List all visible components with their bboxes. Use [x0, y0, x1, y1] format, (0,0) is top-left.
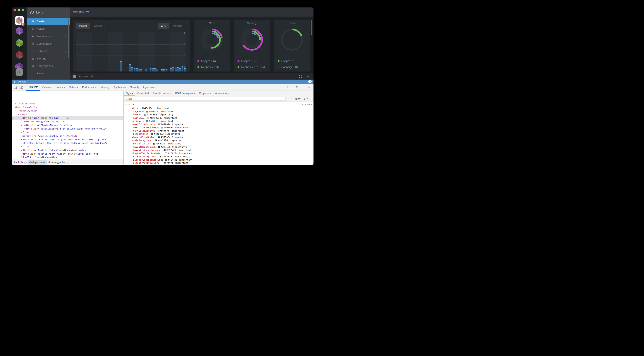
dom-tree-node[interactable]: </div>: [12, 145, 124, 148]
dom-tree-node[interactable]: left: 0px; height: 0px; visibility: hidd…: [12, 141, 124, 145]
css-variable-row[interactable]: --borderFaintColor: #373a3e !important;: [124, 136, 314, 139]
sidebar-scrollbar[interactable]: [68, 19, 69, 58]
css-variable-row[interactable]: --layoutTabsActiveColor: #ffffff !import…: [124, 152, 314, 155]
add-cluster-button[interactable]: +: [16, 68, 23, 76]
sidebar-item-namespaces[interactable]: ⧉Namespaces: [27, 62, 70, 70]
metric-tab-cpu[interactable]: CPU: [158, 23, 169, 29]
tab-application[interactable]: Application: [112, 84, 128, 91]
tab-console[interactable]: Console: [40, 84, 54, 91]
cluster-icon-violet[interactable]: [15, 63, 23, 68]
tab-memory[interactable]: Memory: [98, 84, 112, 91]
sidebar-item-workloads[interactable]: ❖Workloads: [27, 32, 70, 40]
tab-sources[interactable]: Sources: [54, 84, 67, 91]
warning-badge[interactable]: ⚠2: [286, 84, 291, 91]
dom-tree-node[interactable]: ▼<body>: [12, 113, 124, 116]
sidebar-item-nodes[interactable]: ▥Nodes: [27, 25, 70, 32]
minimize-window-button[interactable]: [18, 9, 20, 11]
dom-tree-node[interactable]: <div id="draggable-top"></div>: [12, 120, 124, 123]
cluster-icon-purple[interactable]: [15, 27, 23, 35]
expand-arrow-icon[interactable]: ▶: [16, 109, 16, 113]
tab-network[interactable]: Network: [67, 84, 80, 91]
breadcrumb-item[interactable]: div#app.is-mac: [28, 160, 47, 165]
styles-tab-dom-breakpoints[interactable]: DOM Breakpoints: [173, 91, 197, 96]
expand-arrow-icon[interactable]: ▶: [21, 124, 22, 127]
namespace-label[interactable]: default: [18, 80, 26, 84]
dom-tree-node[interactable]: <html lang="en">: [12, 105, 124, 109]
styles-filter-input[interactable]: [125, 97, 286, 101]
collapse-arrow-icon[interactable]: ▼: [16, 113, 16, 116]
css-selector[interactable]: :root {: [125, 103, 134, 106]
inspect-element-icon[interactable]: [14, 85, 18, 89]
color-swatch[interactable]: [153, 143, 154, 145]
color-swatch[interactable]: [151, 133, 153, 135]
main-scrollbar[interactable]: [311, 20, 312, 35]
dom-tree-node[interactable]: ▶<head>…</head>: [12, 109, 124, 113]
active-cluster-icon[interactable]: 3: [15, 16, 24, 25]
styles-tab-accessibility[interactable]: Accessibility: [213, 91, 231, 96]
sidebar-item-cluster[interactable]: ☸Cluster: [27, 18, 70, 25]
stylesheet-origin-link[interactable]: <style>: [302, 103, 312, 106]
close-window-button[interactable]: [14, 9, 16, 11]
metric-tab-memory[interactable]: Memory: [170, 23, 185, 29]
dom-tree-node[interactable]: ▶<div class="ClusterManager">…</div>: [12, 124, 124, 127]
css-variable-row[interactable]: --textColorSecondary: #a0a0a0 !important…: [124, 126, 314, 129]
more-options-icon[interactable]: ⋮: [300, 84, 303, 91]
dom-tree-node[interactable]: 95.4375px;">minikube</div>: [12, 156, 124, 159]
tab-lighthouse[interactable]: Lighthouse: [141, 84, 158, 91]
dom-tree-node[interactable]: <div class="Tooltip right hidden" style=…: [12, 152, 124, 156]
sidebar-item-network[interactable]: ⅄Network: [27, 47, 70, 55]
color-swatch[interactable]: [147, 117, 149, 119]
css-variable-row[interactable]: --blue: #3d90ce !important;: [124, 107, 314, 110]
breadcrumb-item[interactable]: html: [13, 160, 20, 165]
dom-tree-node[interactable]: <div class="terminal-init" style="positi…: [12, 138, 124, 141]
styles-tab-event-listeners[interactable]: Event Listeners: [151, 91, 173, 96]
color-swatch[interactable]: [161, 162, 163, 164]
tab-elements[interactable]: Elements: [26, 84, 40, 91]
tab-performance[interactable]: Performance: [80, 84, 98, 91]
color-swatch[interactable]: [144, 114, 146, 116]
css-variable-row[interactable]: --magenta: #c93dce !important;: [124, 110, 314, 113]
cluster-icon-green[interactable]: [15, 39, 23, 47]
color-swatch[interactable]: [158, 124, 160, 125]
sidebar-item-storage[interactable]: ⛁Storage: [27, 55, 70, 62]
sidebar-item-configuration[interactable]: ☰Configuration: [27, 40, 70, 47]
terminal-tab[interactable]: Terminal: [78, 73, 88, 80]
color-swatch[interactable]: [165, 153, 167, 154]
styles-tab-computed[interactable]: Computed: [135, 91, 151, 96]
dom-tree-node[interactable]: <script src="/build/LensDev.js"></script…: [12, 134, 124, 138]
css-variable-row[interactable]: --textColorAccent: #ffffff !important;: [124, 129, 314, 133]
color-swatch[interactable]: [158, 136, 160, 138]
color-swatch[interactable]: [164, 149, 166, 151]
close-devtools-icon[interactable]: ✕: [308, 84, 310, 91]
node-tab-master[interactable]: Master: [76, 23, 90, 29]
css-variable-row[interactable]: --borderColor: #4c5053 !important;: [124, 132, 314, 136]
expand-dock-icon[interactable]: [307, 75, 309, 78]
styles-tab-styles[interactable]: Styles: [124, 91, 135, 96]
dom-tree-node[interactable]: <div class="Tooltip hidden">minikube-tes…: [12, 149, 124, 152]
color-swatch[interactable]: [160, 156, 162, 158]
add-terminal-icon[interactable]: +: [98, 73, 100, 79]
dom-tree-node[interactable]: …▼<div id="app" class="is-mac"> == $0: [12, 116, 124, 120]
zoom-window-button[interactable]: [22, 9, 24, 11]
dom-tree-node[interactable]: </div>: [12, 131, 124, 134]
settings-gear-icon[interactable]: ⚙: [296, 84, 298, 91]
color-swatch[interactable]: [146, 111, 148, 113]
css-variable-row[interactable]: --sidebarBackground: #36393e !important;: [124, 155, 314, 158]
sidebar-item-events[interactable]: ◷Events: [27, 70, 70, 77]
color-swatch[interactable]: [156, 140, 157, 141]
css-variable-row[interactable]: --golden: #ffc63d !important;: [124, 113, 314, 116]
breadcrumb-item[interactable]: body: [20, 160, 28, 165]
css-variable-row[interactable]: --mainBackground: #1e2124 !important;: [124, 139, 314, 142]
color-swatch[interactable]: [158, 146, 160, 148]
fullscreen-dock-icon[interactable]: [299, 75, 302, 78]
styles-tab-properties[interactable]: Properties: [197, 91, 213, 96]
dom-tree-node[interactable]: <!DOCTYPE html>: [12, 102, 124, 105]
css-variable-row[interactable]: --textColorPrimary: #87909c !important;: [124, 123, 314, 126]
color-swatch[interactable]: [161, 127, 163, 129]
color-swatch[interactable]: [146, 120, 148, 122]
color-swatch[interactable]: [142, 107, 144, 109]
css-variable-row[interactable]: --layoutTabsBackground: #252729 !importa…: [124, 149, 314, 152]
breadcrumb-item[interactable]: div#draggable-top: [47, 160, 70, 165]
css-variable-row[interactable]: --layoutBackground: #2e3136 !important;: [124, 146, 314, 149]
sidebar-collapse-icon[interactable]: ‹: [66, 10, 67, 14]
